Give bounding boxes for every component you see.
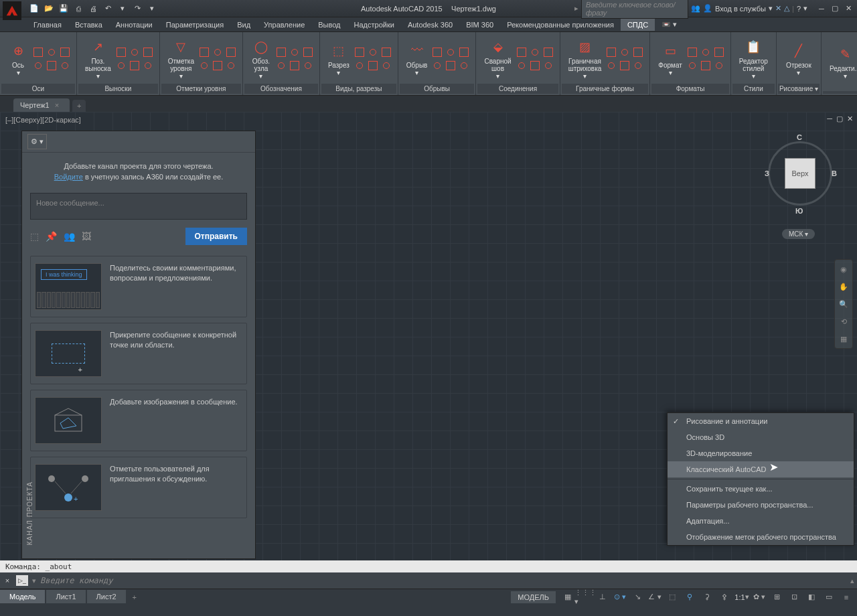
viewport-label[interactable]: [–][Сверху][2D-каркас] — [5, 116, 81, 124]
ribbon-small-button[interactable] — [380, 60, 392, 72]
ribbon-tab[interactable]: BIM 360 — [459, 19, 500, 31]
ribbon-small-button[interactable] — [129, 46, 141, 58]
nav-pan-icon[interactable]: ✋ — [837, 280, 850, 293]
menu-item[interactable]: Адаптация... — [668, 513, 854, 529]
customize-icon[interactable]: ≡ — [838, 591, 854, 604]
open-icon[interactable]: 📂 — [43, 3, 55, 15]
ribbon-small-button[interactable] — [445, 46, 457, 58]
ribbon-tab[interactable]: Рекомендованные приложения — [500, 19, 621, 31]
settings-icon[interactable]: ⚙ ▾ — [27, 134, 47, 149]
ribbon-small-button[interactable] — [32, 60, 44, 72]
ribbon-button[interactable]: 〰Обрыв▾ — [404, 40, 431, 78]
ribbon-tab[interactable]: Вид — [230, 19, 257, 31]
grid-icon[interactable]: ▦ — [560, 591, 576, 604]
annovis-icon[interactable]: ⚳ — [699, 591, 715, 604]
ribbon-small-button[interactable] — [516, 46, 528, 58]
viewcube-wcs[interactable]: МСК ▾ — [782, 229, 815, 239]
hardware-icon[interactable]: ⊡ — [786, 591, 802, 604]
minimize-button[interactable]: ─ — [815, 4, 828, 13]
model-space-button[interactable]: МОДЕЛЬ — [511, 591, 556, 603]
undo-icon[interactable]: ↶ — [102, 3, 114, 15]
ribbon-small-button[interactable] — [516, 60, 528, 72]
menu-item[interactable]: Классический AutoCAD — [668, 461, 854, 477]
add-tab-button[interactable]: + — [72, 100, 86, 112]
ribbon-button[interactable]: ▨Граничнаяштриховка▾ — [566, 36, 605, 81]
redo-icon[interactable]: ↷ — [131, 3, 143, 15]
cmdline-close-icon[interactable]: × — [3, 576, 12, 585]
ribbon-overflow[interactable]: 📼 ▾ — [655, 18, 684, 31]
grid-drop-icon[interactable]: ⋮⋮⋮ ▾ — [577, 591, 593, 604]
undo-drop-icon[interactable]: ▾ — [116, 3, 129, 15]
menu-item[interactable]: Параметры рабочего пространства... — [668, 497, 854, 513]
ribbon-button[interactable]: ╱Отрезок▾ — [783, 40, 814, 78]
nav-wheel-icon[interactable]: ◉ — [837, 262, 850, 276]
infocenter-icon[interactable]: 👥 — [691, 4, 700, 13]
exchange-icon[interactable]: ✕ — [775, 4, 781, 13]
ribbon-small-button[interactable] — [713, 60, 725, 72]
saveas-icon[interactable]: ⎙ — [72, 3, 84, 15]
help-icon[interactable]: ? — [797, 5, 801, 13]
ribbon-small-button[interactable] — [198, 46, 210, 58]
ribbon-tab[interactable]: Вставка — [68, 19, 109, 31]
ribbon-small-button[interactable] — [225, 60, 237, 72]
layout-tab-2[interactable]: Лист2 — [87, 590, 126, 603]
ribbon-small-button[interactable] — [605, 60, 617, 72]
lineweight-icon[interactable]: ⬚ — [664, 591, 680, 604]
ribbon-button[interactable]: ◯Обоз.узла▾ — [248, 36, 274, 81]
add-layout-button[interactable]: + — [127, 591, 142, 604]
ribbon-small-button[interactable] — [458, 46, 470, 58]
search-input[interactable]: Введите ключевое слово/фразу — [581, 0, 688, 19]
ribbon-button[interactable]: ▭Формат▾ — [655, 40, 685, 78]
ribbon-small-button[interactable] — [632, 46, 644, 58]
pin-icon[interactable]: 📌 — [46, 231, 57, 242]
command-input[interactable]: Введите команду — [40, 576, 846, 585]
ribbon-small-button[interactable] — [431, 46, 443, 58]
ribbon-small-button[interactable] — [686, 60, 698, 72]
ribbon-tab[interactable]: Autodesk 360 — [401, 19, 459, 31]
new-message-input[interactable]: Новое сообщение... — [30, 193, 247, 220]
ribbon-small-button[interactable] — [542, 60, 554, 72]
close-button[interactable]: ✕ — [842, 4, 854, 13]
polar-icon[interactable]: ⊙ ▾ — [612, 591, 628, 604]
viewcube-west[interactable]: З — [765, 169, 769, 177]
ribbon-small-button[interactable] — [32, 46, 44, 58]
ribbon-small-button[interactable] — [115, 46, 127, 58]
ribbon-small-button[interactable] — [142, 60, 154, 72]
ribbon-small-button[interactable] — [212, 60, 224, 72]
ribbon-small-button[interactable] — [46, 46, 58, 58]
ribbon-button[interactable]: ⬙Сварнойшов▾ — [481, 36, 514, 81]
snap-icon[interactable]: ⊥ — [595, 591, 611, 604]
menu-item[interactable]: Сохранить текущее как... — [668, 481, 854, 497]
menu-item[interactable]: Основы 3D — [668, 429, 854, 445]
cmdline-prompt-icon[interactable]: ▷_ — [16, 575, 28, 586]
menu-item[interactable]: 3D-моделирование — [668, 445, 854, 461]
ribbon-small-button[interactable] — [225, 46, 237, 58]
a360-icon[interactable]: △ — [784, 4, 789, 13]
ribbon-button[interactable]: ▽Отметкауровня▾ — [165, 36, 197, 81]
ribbon-tab[interactable]: Надстройки — [347, 19, 401, 31]
ribbon-button[interactable]: ⊕Ось▾ — [5, 40, 31, 78]
ribbon-small-button[interactable] — [129, 60, 141, 72]
annoauto-icon[interactable]: ⚴ — [716, 591, 732, 604]
doc-minimize-icon[interactable]: ─ — [827, 114, 832, 123]
signin-link[interactable]: Войдите — [54, 173, 83, 181]
ribbon-tab[interactable]: Главная — [27, 19, 68, 31]
selection-icon[interactable]: ⬚ — [30, 231, 39, 242]
ribbon-tab[interactable]: Управление — [257, 19, 311, 31]
ribbon-small-button[interactable] — [542, 46, 554, 58]
ribbon-small-button[interactable] — [367, 46, 379, 58]
ribbon-tab[interactable]: Аннотации — [109, 19, 159, 31]
doc-close-icon[interactable]: ✕ — [847, 114, 853, 123]
ribbon-small-button[interactable] — [458, 60, 470, 72]
ribbon-small-button[interactable] — [289, 46, 301, 58]
ribbon-button[interactable]: ✎Редакти...▾ — [827, 44, 857, 81]
ribbon-small-button[interactable] — [275, 46, 287, 58]
workspace-icon[interactable]: ✿ ▾ — [751, 591, 767, 604]
plot-icon[interactable]: 🖨 — [87, 3, 99, 15]
nav-showmotion-icon[interactable]: ▦ — [837, 332, 850, 345]
layout-tab-1[interactable]: Лист1 — [46, 590, 85, 603]
viewcube-face[interactable]: Верх — [785, 158, 815, 189]
ribbon-small-button[interactable] — [632, 60, 644, 72]
ribbon-small-button[interactable] — [605, 46, 617, 58]
tag-user-icon[interactable]: 👥 — [64, 231, 75, 242]
